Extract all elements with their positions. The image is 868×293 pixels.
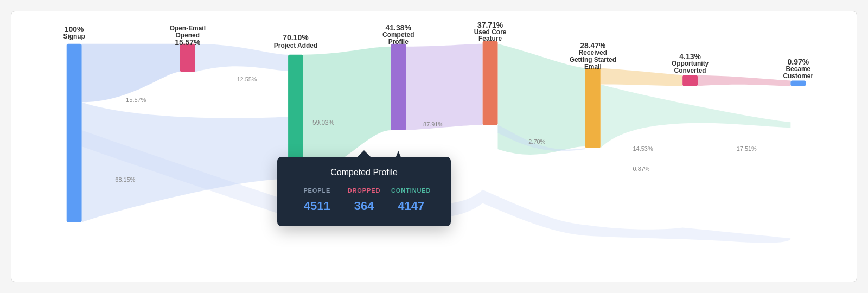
flow-opportunity-customer bbox=[698, 75, 790, 86]
pct-email2-node: 28.47% bbox=[580, 41, 606, 50]
node-email2[interactable] bbox=[585, 68, 601, 148]
flow-label-9: 17.51% bbox=[737, 145, 757, 152]
tooltip-col-dropped: DROPPED 364 bbox=[341, 187, 388, 213]
inner-pct-project: 59.03% bbox=[312, 119, 335, 126]
pct-customer: 0.97% bbox=[788, 58, 809, 66]
tooltip-col-people: PEOPLE 4511 bbox=[293, 187, 341, 213]
continued-value: 4147 bbox=[387, 199, 435, 213]
sankey-chart: Signup 100% Open-Email Opened 15.57% Pro… bbox=[11, 11, 857, 282]
tooltip-competed-profile: Competed Profile PEOPLE 4511 DROPPED 364… bbox=[277, 157, 451, 226]
tooltip-col-continued: CONTINUED 4147 bbox=[387, 187, 435, 213]
label-email2-node: Received bbox=[579, 49, 607, 56]
label-customer: Became bbox=[786, 65, 810, 73]
label-project: Project Added bbox=[274, 42, 317, 49]
node-email[interactable] bbox=[180, 44, 195, 72]
node-opportunity[interactable] bbox=[682, 75, 698, 86]
label-core2: Feature bbox=[478, 35, 502, 42]
flow-label-8: 0.87% bbox=[633, 165, 650, 172]
label-competed: Competed bbox=[382, 31, 414, 39]
label-competed2: Profile bbox=[388, 38, 409, 46]
continued-header: CONTINUED bbox=[387, 187, 435, 194]
people-value: 4511 bbox=[293, 199, 341, 213]
pct-competed: 41.38% bbox=[386, 23, 412, 32]
pct-project: 70.10% bbox=[283, 33, 309, 42]
pct-signup: 100% bbox=[65, 25, 84, 34]
node-signup[interactable] bbox=[67, 44, 82, 222]
dropped-value: 364 bbox=[341, 199, 388, 213]
flow-label-1: 15.57% bbox=[126, 97, 146, 103]
label-opportunity: Opportunity bbox=[672, 60, 709, 67]
pct-core: 37.71% bbox=[477, 21, 503, 29]
label-email2-node2: Getting Started bbox=[570, 56, 616, 63]
flow-label-6: 2.70% bbox=[528, 138, 545, 145]
flow-signup-email bbox=[82, 44, 180, 103]
dropped-header: DROPPED bbox=[341, 187, 388, 194]
tooltip-title: Competed Profile bbox=[293, 168, 435, 177]
flow-label-4: 87.91% bbox=[423, 121, 443, 128]
label-opportunity2: Converted bbox=[674, 67, 706, 74]
label-email2-node3: Email bbox=[584, 63, 602, 71]
label-customer2: Customer bbox=[783, 72, 813, 80]
node-customer[interactable] bbox=[790, 80, 806, 86]
node-competed[interactable] bbox=[391, 44, 406, 130]
pct-opportunity: 4.13% bbox=[679, 52, 701, 61]
pct-email: 15.57% bbox=[175, 38, 201, 47]
flow-label-2: 68.15% bbox=[115, 176, 135, 183]
label-signup: Signup bbox=[63, 33, 85, 40]
flow-email2-passthrough bbox=[601, 84, 791, 148]
flow-label-3: 12.55% bbox=[237, 76, 257, 82]
people-header: PEOPLE bbox=[293, 187, 341, 194]
flow-label-7: 14.53% bbox=[633, 145, 653, 152]
flow-email2-opportunity bbox=[601, 68, 682, 86]
chart-container: Signup 100% Open-Email Opened 15.57% Pro… bbox=[11, 11, 857, 282]
label-email: Open-Email bbox=[170, 24, 206, 32]
node-core[interactable] bbox=[483, 41, 498, 125]
flow-competed-core bbox=[406, 44, 482, 130]
tooltip-columns: PEOPLE 4511 DROPPED 364 CONTINUED 4147 bbox=[293, 187, 435, 213]
